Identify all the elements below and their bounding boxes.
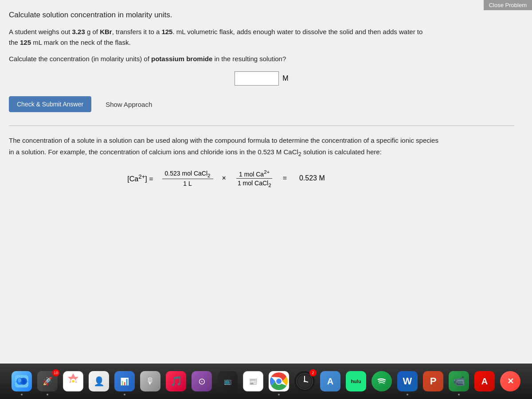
acrobat-icon: A (474, 371, 495, 391)
dock-item-powerpoint[interactable]: P (422, 370, 445, 393)
dock-item-photos[interactable] (62, 370, 85, 393)
equation-equals: = (283, 174, 287, 182)
problem-title: Calculate solution concentration in mola… (9, 11, 514, 20)
chrome-dot (278, 394, 280, 395)
numerator-1: 0.523 mol CaCl2 (162, 169, 213, 180)
tv-icon: 📺 (217, 371, 238, 391)
question-text: Calculate the concentration (in molarity… (9, 55, 514, 63)
dock-item-facetime[interactable]: 📹 (447, 370, 470, 393)
dock-item-contacts[interactable]: 👤 (87, 370, 110, 393)
show-approach-link[interactable]: Show Approach (106, 101, 152, 108)
times-sign: × (222, 174, 226, 182)
problem-body: A student weighs out 3.23 g of KBr, tran… (9, 27, 430, 48)
close-icon: ✕ (500, 371, 520, 391)
word-dot (407, 394, 408, 395)
button-row: Check & Submit Answer Show Approach (9, 96, 514, 112)
svg-point-16 (304, 380, 305, 382)
denominator-1: 1 L (180, 179, 194, 188)
siri-icon: 🎙 (140, 371, 160, 391)
dock-item-launchpad[interactable]: 🚀 10 (36, 370, 59, 393)
launchpad-icon: 🚀 10 (37, 371, 58, 391)
dock-bar: 🚀 10 👤 📊 🎙 🎵 (0, 364, 532, 399)
facetime-icon: 📹 (449, 371, 469, 391)
clock-icon: 2 (294, 371, 315, 391)
svg-point-5 (22, 379, 26, 384)
dock-item-chrome[interactable] (267, 370, 290, 393)
podcasts-icon: ⊙ (192, 371, 212, 391)
clock-badge: 2 (309, 369, 317, 376)
fraction-2: 1 mol Ca2+ 1 mol CaCl2 (235, 168, 274, 189)
denominator-2: 1 mol CaCl2 (235, 179, 274, 189)
unit-label: M (282, 74, 288, 82)
approach-section: The concentration of a solute in a solut… (9, 135, 443, 189)
check-submit-button[interactable]: Check & Submit Answer (9, 96, 91, 112)
numbers-dot (124, 394, 125, 395)
launchpad-badge: 10 (52, 369, 59, 376)
equation-result: 0.523 M (299, 174, 325, 182)
news-icon: 📰 (243, 371, 263, 391)
section-divider (9, 125, 514, 126)
numerator-2: 1 mol Ca2+ (236, 168, 272, 179)
approach-text: The concentration of a solute in a solut… (9, 135, 443, 159)
dock-item-siri[interactable]: 🎙 (139, 370, 162, 393)
launchpad-dot (47, 394, 48, 395)
dock-item-podcasts[interactable]: ⊙ (190, 370, 213, 393)
dock-item-clock[interactable]: 2 (293, 370, 316, 393)
dock-item-word[interactable]: W (396, 370, 419, 393)
svg-point-8 (72, 380, 74, 383)
contacts-icon: 👤 (89, 371, 109, 391)
finder-dot (21, 394, 23, 395)
svg-rect-3 (15, 381, 28, 382)
powerpoint-icon: P (423, 371, 443, 391)
music-icon: 🎵 (166, 371, 186, 391)
dock-item-close[interactable]: ✕ (499, 370, 522, 393)
finder-icon (12, 371, 32, 391)
facetime-dot (458, 394, 460, 395)
dock-item-translate[interactable]: A (319, 370, 342, 393)
spotify-icon (372, 371, 392, 391)
svg-point-4 (18, 378, 21, 383)
word-icon: W (397, 371, 418, 391)
answer-input[interactable] (235, 71, 279, 86)
close-problem-button[interactable]: Close Problem (484, 0, 532, 10)
equation-area: [Ca2+] = 0.523 mol CaCl2 1 L × 1 mol Ca2… (9, 168, 443, 189)
hulu-icon: hulu (346, 371, 366, 391)
dock-item-acrobat[interactable]: A (473, 370, 496, 393)
dock-item-music[interactable]: 🎵 (164, 370, 188, 393)
svg-point-11 (276, 379, 282, 384)
photos-icon (63, 371, 83, 391)
dock-item-spotify[interactable] (370, 370, 393, 393)
main-content: Close Problem Calculate solution concent… (0, 0, 532, 364)
equation-left: [Ca2+] = (127, 173, 153, 183)
chrome-icon (269, 371, 289, 391)
numbers-icon: 📊 (114, 371, 135, 391)
answer-area: M (9, 71, 514, 86)
translate-icon: A (320, 371, 340, 391)
equation-container: [Ca2+] = 0.523 mol CaCl2 1 L × 1 mol Ca2… (127, 168, 325, 189)
fraction-1: 0.523 mol CaCl2 1 L (162, 169, 213, 188)
dock-item-tv[interactable]: 📺 (216, 370, 239, 393)
dock-item-finder[interactable] (10, 370, 33, 393)
dock-item-news[interactable]: 📰 (242, 370, 265, 393)
dock-item-numbers[interactable]: 📊 (113, 370, 136, 393)
dock-item-hulu[interactable]: hulu (344, 370, 368, 393)
